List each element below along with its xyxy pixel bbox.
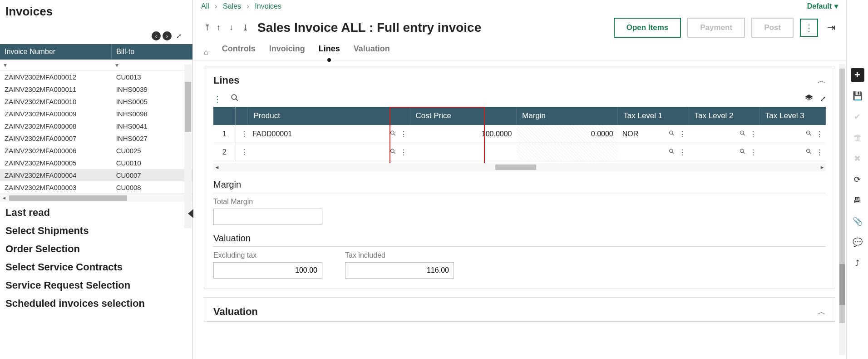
cell-menu-icon[interactable]: ⋮ <box>400 130 407 138</box>
lookup-icon[interactable] <box>805 148 812 156</box>
refresh-icon[interactable]: ⟳ <box>851 173 864 186</box>
cell-menu-icon[interactable]: ⋮ <box>679 130 686 138</box>
col-cost-price[interactable]: Cost Price <box>410 107 516 125</box>
row-actions-icon[interactable]: ⋮ <box>236 143 248 161</box>
col-product[interactable]: Product <box>248 107 410 125</box>
main-scrollbar-vertical[interactable] <box>839 64 845 355</box>
grid-actions-icon[interactable]: ⋮ <box>213 94 222 104</box>
left-nav-link[interactable]: Last read <box>5 204 187 222</box>
invoice-row[interactable]: ZAINV2302MFA000009INHS0098 <box>0 108 192 120</box>
col-tax2[interactable]: Tax Level 2 <box>689 107 760 125</box>
invoice-row[interactable]: ZAINV2302MFA000006CU0025 <box>0 145 192 157</box>
share-icon[interactable]: ⤴ <box>851 256 864 270</box>
breadcrumb-sales[interactable]: Sales <box>223 2 241 10</box>
invoice-row[interactable]: ZAINV2302MFA000011INHS0039 <box>0 83 192 95</box>
cell-menu-icon[interactable]: ⋮ <box>400 148 407 156</box>
line-row[interactable]: 1 ⋮ FADD00001 ⋮ 100.0000 0.0000 NOR ⋮ ⋮ … <box>213 125 826 143</box>
lookup-icon[interactable] <box>739 130 746 138</box>
lookup-icon[interactable] <box>390 130 396 138</box>
invoice-row[interactable]: ZAINV2302MFA000007INHS0027 <box>0 132 192 145</box>
invoice-row[interactable]: ZAINV2302MFA000010INHS0005 <box>0 95 192 108</box>
add-icon[interactable]: + <box>851 68 864 82</box>
cell-tax3[interactable]: ⋮ <box>760 143 825 161</box>
cell-cost-price[interactable]: 100.0000 <box>410 125 516 143</box>
search-icon[interactable] <box>231 94 239 104</box>
lookup-icon[interactable] <box>805 130 812 138</box>
nav-first-icon[interactable]: ⤒ <box>204 23 211 33</box>
col-margin[interactable]: Margin <box>517 107 618 125</box>
cell-cost-price[interactable] <box>410 143 516 161</box>
cell-tax2[interactable]: ⋮ <box>689 125 760 143</box>
cell-margin[interactable] <box>517 143 618 161</box>
row-actions-icon[interactable]: ⋮ <box>236 125 248 143</box>
excluding-tax-input[interactable] <box>213 262 322 279</box>
left-nav-link[interactable]: Select Service Contracts <box>5 258 187 276</box>
nav-down-icon[interactable]: ↓ <box>229 23 237 33</box>
invoice-row[interactable]: ZAINV2302MFA000012CU0013 <box>0 71 192 84</box>
cell-menu-icon[interactable]: ⋮ <box>816 148 823 156</box>
invoice-row[interactable]: ZAINV2302MFA000004CU0007 <box>0 169 192 181</box>
filter-icon[interactable]: ▾ <box>115 61 118 69</box>
left-nav-link[interactable]: Service Request Selection <box>5 276 187 294</box>
invoice-row[interactable]: ZAINV2302MFA000005CU0010 <box>0 157 192 169</box>
left-nav-link[interactable]: Select Shipments <box>5 222 187 240</box>
attach-icon[interactable]: 📎 <box>851 214 864 228</box>
open-items-button[interactable]: Open Items <box>614 18 681 38</box>
lookup-icon[interactable] <box>668 148 675 156</box>
grid-scrollbar-horizontal[interactable]: ◄ ► <box>213 163 826 171</box>
next-page-icon[interactable]: › <box>163 31 172 40</box>
tax-included-input[interactable] <box>345 262 454 279</box>
line-row[interactable]: 2 ⋮ ⋮ ⋮ ⋮ ⋮ <box>213 143 826 161</box>
home-tab-icon[interactable]: ⌂ <box>204 48 208 56</box>
cell-tax3[interactable]: ⋮ <box>760 125 825 143</box>
cell-margin[interactable]: 0.0000 <box>517 125 618 143</box>
total-margin-input[interactable] <box>213 209 322 225</box>
cell-product[interactable]: ⋮ <box>248 143 410 161</box>
comment-icon[interactable]: 💬 <box>851 235 864 249</box>
left-nav-link[interactable]: Scheduled invoices selection <box>5 294 187 313</box>
collapse-section-icon[interactable]: ︿ <box>818 75 826 86</box>
cell-tax1[interactable]: NOR ⋮ <box>618 125 689 143</box>
cell-tax1[interactable]: ⋮ <box>618 143 689 161</box>
print-icon[interactable]: 🖶 <box>851 194 864 207</box>
expand-panel-icon[interactable]: ⤢ <box>176 32 182 40</box>
invoice-row[interactable]: ZAINV2302MFA000003CU0008 <box>0 181 192 194</box>
left-nav-link[interactable]: Order Selection <box>5 240 187 258</box>
cell-menu-icon[interactable]: ⋮ <box>750 148 757 156</box>
default-view-dropdown[interactable]: Default ▾ <box>807 2 838 10</box>
invoice-row[interactable]: ZAINV2302MFA000008INHS0041 <box>0 120 192 132</box>
breadcrumb-invoices[interactable]: Invoices <box>255 2 281 10</box>
close-icon: ✖ <box>851 152 864 165</box>
tab-controls[interactable]: Controls <box>222 44 256 60</box>
cell-menu-icon[interactable]: ⋮ <box>750 130 757 138</box>
cell-tax2[interactable]: ⋮ <box>689 143 760 161</box>
cell-menu-icon[interactable]: ⋮ <box>679 148 686 156</box>
more-actions-button[interactable]: ⋮ <box>800 19 818 37</box>
lookup-icon[interactable] <box>390 148 396 156</box>
svg-line-7 <box>672 134 674 135</box>
col-invoice-number[interactable]: Invoice Number <box>0 44 112 60</box>
prev-page-icon[interactable]: ‹ <box>152 31 161 40</box>
left-scrollbar-vertical[interactable] <box>184 65 192 228</box>
layers-icon[interactable] <box>804 94 814 104</box>
collapse-section-icon[interactable]: ︿ <box>818 306 826 317</box>
svg-line-5 <box>394 134 395 135</box>
col-tax1[interactable]: Tax Level 1 <box>618 107 689 125</box>
lookup-icon[interactable] <box>668 130 675 138</box>
col-tax3[interactable]: Tax Level 3 <box>760 107 825 125</box>
bill-to: CU0013 <box>112 71 192 84</box>
tab-invoicing[interactable]: Invoicing <box>269 44 305 60</box>
breadcrumb-all[interactable]: All <box>201 2 209 10</box>
tab-lines[interactable]: Lines <box>319 44 340 60</box>
nav-up-icon[interactable]: ↑ <box>217 23 224 33</box>
cell-product[interactable]: FADD00001 ⋮ <box>248 125 410 143</box>
tab-valuation[interactable]: Valuation <box>354 44 390 60</box>
left-scrollbar-horizontal[interactable]: ◄ ► <box>0 194 192 202</box>
cell-menu-icon[interactable]: ⋮ <box>816 130 823 138</box>
expand-grid-icon[interactable]: ⤢ <box>820 95 826 103</box>
nav-last-icon[interactable]: ⤓ <box>242 23 249 33</box>
filter-icon[interactable]: ▾ <box>4 61 7 69</box>
exit-icon[interactable]: ⇥ <box>827 22 835 34</box>
lookup-icon[interactable] <box>739 148 746 156</box>
col-bill-to[interactable]: Bill-to <box>112 44 192 60</box>
